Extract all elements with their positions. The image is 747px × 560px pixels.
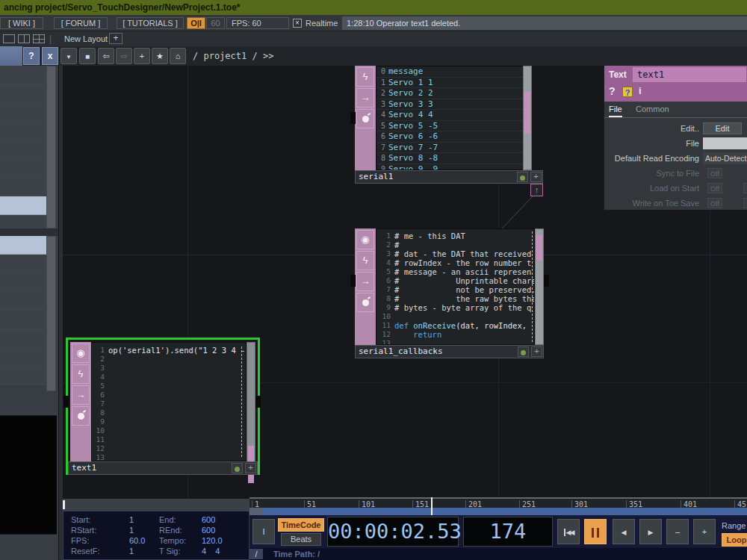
info-icon[interactable]: i [639, 85, 642, 96]
input-connector[interactable] [350, 275, 356, 287]
range-start-handle[interactable] [249, 508, 263, 515]
wiki-link[interactable]: [ WIKI ] [0, 17, 43, 29]
scrollbar[interactable] [535, 228, 544, 345]
pane-header[interactable] [0, 46, 22, 66]
scrollbar[interactable] [46, 236, 56, 391]
toggle-off[interactable]: Off [707, 183, 722, 193]
tab-file[interactable]: File [609, 105, 622, 117]
table-row[interactable]: 1Servo 1 1 [376, 78, 523, 89]
tutorials-link[interactable]: [ TUTORIALS ] [117, 17, 184, 29]
list-item[interactable] [0, 367, 46, 385]
pulse-button[interactable] [743, 198, 747, 208]
decrement-button[interactable]: – [666, 519, 689, 544]
list-item[interactable] [0, 273, 46, 292]
skip-to-start-button[interactable]: ◀◀ [557, 519, 580, 544]
viewer-active-button[interactable] [232, 463, 243, 473]
list-item[interactable] [0, 178, 46, 196]
edit-button[interactable]: Edit [703, 122, 742, 134]
dat-table-viewer[interactable]: 0message1Servo 1 12Servo 2 23Servo 3 34S… [376, 66, 524, 170]
scrollbar[interactable] [46, 66, 56, 228]
list-item[interactable] [0, 329, 46, 348]
output-connector[interactable] [255, 396, 261, 408]
play-forward-button[interactable]: ▶ [639, 519, 662, 544]
timecode-mode-button[interactable]: TimeCode [278, 518, 324, 532]
dock-indicator[interactable]: ↑ [530, 184, 543, 196]
expand-button[interactable]: + [530, 172, 542, 182]
beats-mode-button[interactable]: Beats [281, 533, 321, 546]
forum-link[interactable]: [ FORUM ] [54, 17, 108, 29]
table-row[interactable]: 8Servo 8 -8 [376, 153, 523, 164]
pane-close-button[interactable]: x [42, 47, 58, 65]
list-item[interactable] [0, 311, 46, 329]
setting-value[interactable]: 1 [129, 547, 134, 556]
parameter-dialog-header[interactable]: Text text1 [604, 66, 747, 84]
stop-button[interactable]: ■ [79, 48, 96, 64]
input-connector[interactable] [350, 112, 356, 124]
list-item-selected[interactable] [0, 236, 46, 255]
setting-value[interactable]: 120.0 [202, 536, 223, 545]
table-row[interactable]: 3Servo 3 3 [376, 99, 523, 111]
breadcrumb[interactable]: / project1 / >> [193, 51, 273, 61]
encoding-dropdown[interactable]: Auto-Detect [703, 152, 747, 164]
node-name-bar[interactable]: serial1_callbacks + [355, 345, 544, 358]
setting-value[interactable]: 600 [202, 526, 215, 535]
lock-icon[interactable] [72, 406, 90, 426]
setting-value[interactable]: 4 4 [202, 547, 220, 556]
viewer-active-button[interactable] [518, 346, 529, 357]
back-button[interactable]: ⇦ [98, 48, 114, 64]
range-bar[interactable] [249, 508, 747, 515]
bypass-icon[interactable]: ϟ [356, 251, 374, 270]
pulse-button[interactable] [743, 183, 747, 193]
increment-button[interactable]: + [693, 519, 716, 544]
loop-button[interactable]: Loop [722, 533, 747, 547]
list-item[interactable] [0, 140, 46, 159]
node-name-bar[interactable]: serial1 + [355, 170, 543, 184]
input-connector[interactable] [63, 396, 69, 408]
add-button[interactable]: + [134, 48, 150, 64]
lock-icon[interactable] [356, 293, 374, 312]
dat-text-viewer[interactable]: 1op('serial1').send("1 2 3 4 -2345678910… [91, 342, 247, 461]
layout-grid-icon[interactable] [33, 34, 45, 43]
home-button[interactable]: ⌂ [170, 48, 186, 64]
lock-icon[interactable] [356, 109, 374, 128]
list-item[interactable] [0, 292, 46, 311]
table-row[interactable]: 0message [376, 66, 523, 78]
file-field[interactable] [703, 137, 747, 149]
frame-ruler[interactable]: 151101151201251301351401451 [249, 497, 747, 508]
table-row[interactable]: 9Servo 9 -9 [376, 164, 523, 171]
expand-button[interactable]: + [245, 463, 256, 473]
forward-button[interactable]: ⇨ [116, 48, 132, 64]
tab-common[interactable]: Common [636, 105, 669, 113]
pane-help-button[interactable]: ? [23, 47, 40, 65]
table-row[interactable]: 5Servo 5 -5 [376, 121, 523, 132]
pane-divider[interactable] [0, 228, 58, 236]
export-arrow-icon[interactable]: → [72, 385, 90, 405]
bypass-icon[interactable]: ϟ [356, 67, 374, 87]
list-item[interactable] [0, 84, 46, 103]
bookmark-button[interactable]: ★ [152, 48, 168, 64]
list-item[interactable] [0, 103, 46, 122]
scrollbar[interactable] [523, 66, 532, 170]
setting-value[interactable]: 1 [129, 526, 134, 535]
oi-toggle[interactable]: O|I [187, 17, 205, 29]
list-item[interactable] [0, 255, 46, 273]
bypass-icon[interactable]: ϟ [72, 364, 90, 384]
python-help-icon[interactable]: ? [622, 87, 633, 97]
expand-button[interactable]: + [531, 346, 542, 357]
setting-value[interactable]: 600 [202, 515, 215, 524]
playhead[interactable] [431, 497, 433, 515]
viewer-active-button[interactable] [517, 172, 528, 182]
list-item[interactable] [0, 122, 46, 140]
setting-value[interactable]: 1 [129, 515, 134, 524]
step-back-button[interactable]: ◀ [613, 519, 635, 544]
viewer-icon[interactable]: ◉ [72, 343, 90, 363]
operator-name-field[interactable]: text1 [633, 67, 746, 82]
realtime-checkbox[interactable]: × [293, 19, 302, 28]
independent-time-button[interactable]: I [252, 519, 275, 544]
list-item[interactable] [0, 159, 46, 178]
export-arrow-icon[interactable]: → [356, 88, 374, 108]
add-layout-button[interactable]: + [109, 33, 123, 44]
pane-handle[interactable] [63, 500, 65, 509]
toggle-off[interactable]: Off [707, 198, 722, 208]
list-item-selected[interactable] [0, 196, 46, 215]
